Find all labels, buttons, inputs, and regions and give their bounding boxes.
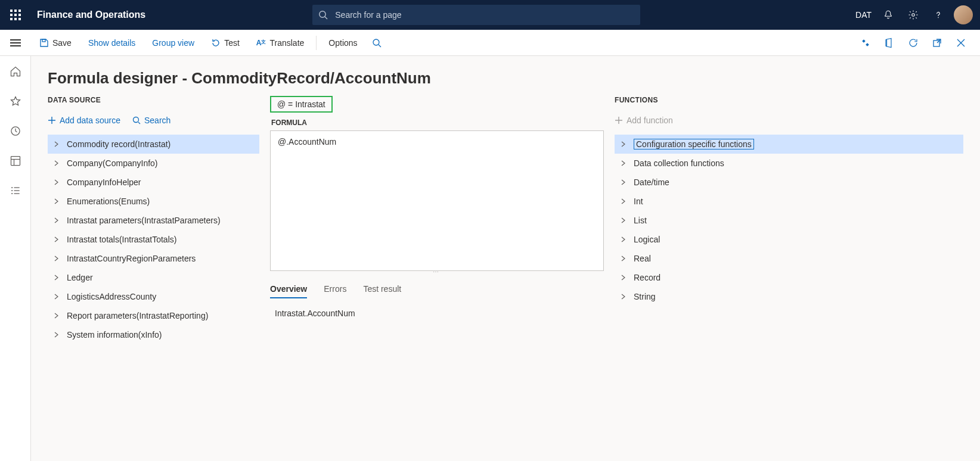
datasource-item[interactable]: Report parameters(IntrastatReporting)	[48, 306, 259, 325]
datasource-item[interactable]: Intrastat parameters(IntrastatParameters…	[48, 211, 259, 230]
user-avatar[interactable]	[954, 5, 973, 24]
find-button[interactable]	[366, 30, 387, 55]
datasource-item[interactable]: LogisticsAddressCounty	[48, 287, 259, 306]
office-icon	[884, 38, 895, 48]
translate-button[interactable]: A文 Translate	[248, 30, 313, 55]
notifications-button[interactable]	[876, 3, 900, 27]
expand-caret-icon	[621, 217, 627, 223]
tab-test-result[interactable]: Test result	[363, 284, 401, 298]
tab-overview[interactable]: Overview	[270, 284, 307, 298]
function-category-label: Int	[634, 197, 643, 206]
rail-workspaces[interactable]	[8, 154, 23, 168]
separator	[316, 36, 317, 50]
global-search-input[interactable]	[334, 10, 634, 20]
datasource-item-label: Ledger	[67, 273, 93, 282]
grid-icon	[10, 155, 21, 167]
waffle-icon	[10, 10, 21, 20]
function-category-label: List	[634, 216, 647, 225]
global-search[interactable]	[312, 5, 640, 25]
formula-editor[interactable]: @.AccountNum	[270, 130, 604, 271]
datasource-search-label: Search	[144, 116, 170, 125]
function-category-item[interactable]: Record	[615, 268, 963, 287]
datasource-item-label: CompanyInfoHelper	[67, 177, 141, 187]
datasource-item-label: Company(CompanyInfo)	[67, 158, 158, 168]
function-category-item[interactable]: Configuration specific functions	[615, 135, 963, 154]
function-category-item[interactable]: Real	[615, 249, 963, 268]
tab-errors[interactable]: Errors	[324, 284, 346, 298]
header-right: DAT	[855, 3, 975, 27]
expand-caret-icon	[54, 141, 60, 147]
personalize-button[interactable]	[855, 32, 876, 54]
rail-favorites[interactable]	[8, 94, 23, 108]
svg-line-21	[138, 122, 140, 124]
svg-point-3	[938, 17, 939, 18]
main-content: Formula designer - CommodityRecord/Accou…	[31, 56, 980, 461]
function-category-item[interactable]: List	[615, 211, 963, 230]
help-button[interactable]	[926, 3, 950, 27]
expand-caret-icon	[621, 294, 627, 300]
formula-label: FORMULA	[271, 119, 604, 127]
datasource-search-button[interactable]: Search	[132, 116, 170, 125]
datasource-panel: DATA SOURCE Add data source Search Commo…	[48, 96, 259, 461]
group-view-button[interactable]: Group view	[144, 30, 203, 55]
resize-handle[interactable]: ⋯	[270, 271, 604, 276]
test-button[interactable]: Test	[203, 30, 248, 55]
function-category-label: Date/time	[634, 177, 669, 187]
app-launcher-button[interactable]	[5, 4, 26, 26]
function-category-item[interactable]: Logical	[615, 230, 963, 249]
datasource-item[interactable]: Commodity record(Intrastat)	[48, 135, 259, 154]
svg-point-15	[11, 190, 13, 191]
add-datasource-label: Add data source	[60, 116, 120, 125]
rail-home[interactable]	[8, 64, 23, 79]
function-category-item[interactable]: String	[615, 287, 963, 306]
left-nav-rail	[0, 56, 31, 461]
tab-errors-label: Errors	[324, 284, 346, 294]
datasource-item[interactable]: CompanyInfoHelper	[48, 173, 259, 192]
function-category-label: Logical	[634, 235, 660, 244]
svg-line-1	[325, 17, 327, 19]
add-datasource-button[interactable]: Add data source	[48, 116, 120, 125]
company-indicator[interactable]: DAT	[855, 10, 872, 20]
translate-label: Translate	[269, 38, 304, 48]
datasource-item[interactable]: IntrastatCountryRegionParameters	[48, 249, 259, 268]
datasource-item-label: Intrastat totals(IntrastatTotals)	[67, 235, 176, 244]
save-button[interactable]: Save	[31, 30, 80, 55]
settings-button[interactable]	[901, 3, 925, 27]
home-icon	[10, 66, 21, 77]
rail-recent[interactable]	[8, 124, 23, 138]
function-category-label: Real	[634, 254, 651, 263]
datasource-tree: Commodity record(Intrastat)Company(Compa…	[48, 134, 259, 344]
datasource-item[interactable]: System information(xInfo)	[48, 325, 259, 344]
office-button[interactable]	[879, 32, 900, 54]
function-category-item[interactable]: Int	[615, 192, 963, 211]
global-header: Finance and Operations DAT	[0, 0, 980, 30]
datasource-item[interactable]: Enumerations(Enums)	[48, 192, 259, 211]
datasource-item-label: IntrastatCountryRegionParameters	[67, 254, 196, 263]
function-category-item[interactable]: Date/time	[615, 173, 963, 192]
popout-icon	[932, 38, 942, 48]
datasource-item[interactable]: Company(CompanyInfo)	[48, 154, 259, 173]
options-button[interactable]: Options	[320, 30, 365, 55]
close-icon	[957, 39, 965, 47]
datasource-item[interactable]: Ledger	[48, 268, 259, 287]
close-button[interactable]	[950, 32, 972, 54]
open-new-window-button[interactable]	[926, 32, 948, 54]
group-view-label: Group view	[152, 38, 194, 48]
datasource-item[interactable]: Intrastat totals(IntrastatTotals)	[48, 230, 259, 249]
function-category-item[interactable]: Data collection functions	[615, 154, 963, 173]
designer-columns: DATA SOURCE Add data source Search Commo…	[48, 96, 963, 461]
expand-caret-icon	[54, 275, 60, 281]
rail-modules[interactable]	[8, 183, 23, 198]
test-label: Test	[224, 38, 240, 48]
search-icon	[318, 10, 328, 20]
refresh-button[interactable]	[903, 32, 924, 54]
overview-value: Intrastat.AccountNum	[275, 309, 604, 318]
show-details-button[interactable]: Show details	[80, 30, 144, 55]
functions-panel: FUNCTIONS Add function Configuration spe…	[615, 96, 963, 461]
nav-toggle-button[interactable]	[0, 30, 31, 55]
add-function-label: Add function	[627, 116, 673, 125]
functions-label: FUNCTIONS	[615, 96, 963, 104]
expand-caret-icon	[54, 217, 60, 223]
datasource-label: DATA SOURCE	[48, 96, 259, 104]
expand-caret-icon	[621, 236, 627, 242]
